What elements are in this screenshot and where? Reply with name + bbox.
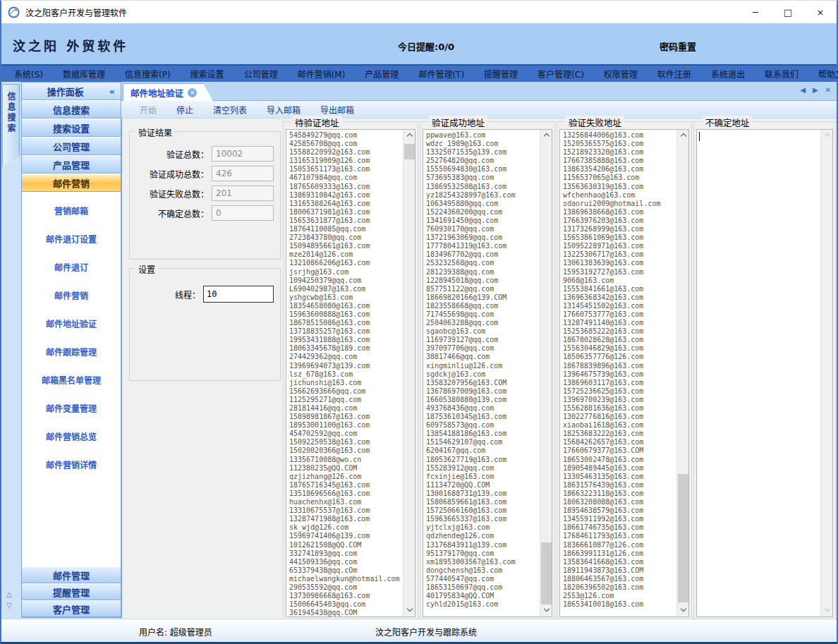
toolbar-button[interactable]: 停止	[166, 104, 203, 116]
email-item[interactable]: dongchensh@163.com	[426, 566, 552, 575]
email-item[interactable]: 467107984@qq.com	[289, 174, 415, 182]
email-item[interactable]: 19953431888@163.com	[289, 336, 415, 344]
email-item[interactable]: 281814416@qq.com	[289, 404, 415, 413]
email-item[interactable]: xiaobai1618@163.com	[563, 421, 688, 430]
email-item[interactable]: sgdckj@163.com	[426, 370, 552, 379]
email-item[interactable]: jsrjhg@163.com	[289, 268, 415, 277]
email-item[interactable]: 760930170@qq.com	[426, 225, 552, 233]
collapse-panel-icon[interactable]: «	[109, 86, 115, 97]
sidebar-item[interactable]: 搜索设置	[22, 119, 121, 137]
email-item[interactable]: 15095228971@163.com	[563, 242, 688, 250]
sidebar-item[interactable]: 信息搜索	[22, 100, 121, 119]
email-item[interactable]: 18661746735@163.com	[563, 523, 688, 532]
email-item[interactable]: 18764110085@qq.com	[289, 225, 415, 233]
email-item[interactable]: 1094250379@qq.com	[289, 277, 415, 285]
email-item[interactable]: 274429362@qq.com	[289, 353, 415, 361]
menu-item[interactable]: 搜索设置	[181, 68, 234, 80]
email-item[interactable]: sk_wjd@126.com	[289, 523, 415, 532]
email-item[interactable]: 15588220992@163.com	[289, 148, 415, 157]
scroll-thumb[interactable]	[678, 474, 688, 602]
email-item[interactable]: 18663991131@126.com	[563, 549, 688, 558]
email-item[interactable]: 18506357776@126.com	[563, 353, 688, 361]
email-item[interactable]: 13518696566@163.com	[289, 490, 415, 498]
scroll-down-button[interactable]	[403, 604, 415, 616]
email-item[interactable]: 18905489445@163.com	[563, 464, 688, 473]
toolbar-button[interactable]: 清空列表	[203, 104, 257, 116]
sidebar-scroll-up-icon[interactable]: △	[4, 590, 14, 600]
menu-item[interactable]: 客户管理(C)	[528, 68, 594, 80]
email-item[interactable]: qdzhende@126.com	[426, 532, 552, 540]
email-item[interactable]: 13256844006@163.com	[563, 131, 688, 140]
tab-email-address-verification[interactable]: 邮件地址验证 ✕	[123, 83, 213, 101]
scroll-thumb[interactable]	[404, 144, 415, 159]
email-item[interactable]: 13176843911@139.com	[426, 541, 552, 549]
email-item[interactable]: 1156537065@163.com	[563, 174, 688, 182]
email-item[interactable]: 13061383639@163.com	[563, 259, 688, 267]
menu-item[interactable]: 帮助文档	[808, 68, 838, 80]
email-item[interactable]: 13165388264@163.com	[289, 200, 415, 208]
pending-listbox[interactable]: 545849279@qq.com425856708@qq.com15588220…	[286, 129, 415, 617]
email-item[interactable]: 15662693666@qq.com	[289, 387, 415, 396]
password-reset-button[interactable]: 密码重置	[660, 40, 696, 53]
sidebar-sub-item[interactable]: 邮件营销总览	[22, 422, 121, 450]
email-item[interactable]: 13165319009@126.com	[289, 157, 415, 165]
email-item[interactable]: mze2014@126.com	[289, 250, 415, 259]
email-item[interactable]: 653379438@qq.cOm	[289, 566, 415, 575]
email-item[interactable]: 13225306717@163.com	[563, 250, 688, 259]
sidebar-sub-item[interactable]: 邮件退订	[22, 253, 121, 281]
email-item[interactable]: 13145451502@163.com	[563, 302, 688, 310]
email-item[interactable]: 17684611793@163.com	[563, 532, 688, 540]
close-button[interactable]: ×	[804, 1, 837, 23]
scroll-thumb[interactable]	[541, 542, 552, 604]
email-item[interactable]: 15653861069@163.com	[563, 233, 688, 242]
email-item[interactable]: 15725066160@163.com	[426, 506, 552, 515]
email-item[interactable]: 18206396502@163.com	[563, 583, 688, 592]
toolbar-button[interactable]: 开始	[130, 104, 166, 116]
email-item[interactable]: 13173268999@163.com	[563, 225, 688, 233]
sidebar-item[interactable]: 产品管理	[22, 155, 121, 174]
failed-listbox[interactable]: 13256844006@163.com15205365575@163.com15…	[559, 129, 689, 617]
maximize-button[interactable]: □	[772, 1, 804, 23]
email-item[interactable]: 16605380880@139.com	[426, 396, 552, 404]
email-item[interactable]: 18954638579@163.com	[563, 506, 688, 515]
email-item[interactable]: 17778041319@163.com	[426, 242, 552, 250]
email-item[interactable]: 13583207956@163.COM	[426, 379, 552, 387]
email-item[interactable]: yz18254328997@163.com	[426, 191, 552, 200]
email-item[interactable]: 441509336@qq.com	[289, 558, 415, 566]
email-item[interactable]: 18631576439@163.com	[563, 481, 688, 490]
email-item[interactable]: 18253683222@163.com	[563, 430, 688, 438]
sidebar-sub-item[interactable]: 邮件地址验证	[22, 309, 121, 337]
sidebar-sub-item[interactable]: 营销邮箱	[22, 196, 121, 224]
tab-nav-left-icon[interactable]: ◀	[800, 86, 806, 94]
email-item[interactable]: yshgcwb@163.com	[289, 293, 415, 302]
scroll-up-button[interactable]	[403, 130, 415, 142]
email-item[interactable]: 13863354206@163.com	[563, 165, 688, 174]
toolbar-button[interactable]: 导入邮箱	[257, 104, 310, 116]
email-item[interactable]: 18366610877@126.com	[563, 541, 688, 549]
email-item[interactable]: 13969700239@163.com	[563, 396, 688, 404]
scroll-down-button[interactable]	[821, 604, 833, 616]
email-item[interactable]: 15218923320@163.com	[563, 148, 688, 157]
email-item[interactable]: L690402987@163.com	[289, 285, 415, 293]
scroll-up-button[interactable]	[677, 130, 689, 142]
toolbar-button[interactable]: 导出邮箱	[310, 104, 364, 116]
email-item[interactable]: 15092250538@163.com	[289, 438, 415, 446]
email-item[interactable]: 15253685222@163.com	[563, 327, 688, 336]
email-item[interactable]: 13869638668@163.com	[563, 208, 688, 217]
sidebar-sub-item[interactable]: 邮件跟踪管理	[22, 337, 121, 365]
email-item[interactable]: 577440547@qq.com	[426, 575, 552, 583]
email-item[interactable]: 15562881636@163.com	[563, 404, 688, 413]
email-item[interactable]: 15006645403@qq.com	[289, 600, 415, 609]
scroll-down-button[interactable]	[677, 604, 689, 616]
email-item[interactable]: 397097706@qq.com	[426, 344, 552, 353]
email-item[interactable]: 13001688731@139.com	[426, 490, 552, 498]
email-item[interactable]: qzjizhang@126.com	[289, 473, 415, 481]
sidebar-item[interactable]: 公司管理	[22, 137, 121, 155]
email-item[interactable]: 857751122@qq.com	[426, 285, 552, 293]
email-item[interactable]: 15969741406@139.com	[289, 532, 415, 540]
email-item[interactable]: 1169739127@qq.com	[426, 336, 552, 344]
email-item[interactable]: 13356710088@wo.cn	[289, 456, 415, 464]
email-item[interactable]: 18678515086@163.com	[289, 319, 415, 327]
thread-count-input[interactable]	[203, 286, 274, 303]
email-item[interactable]: 361945438@qq.COM	[289, 609, 415, 617]
